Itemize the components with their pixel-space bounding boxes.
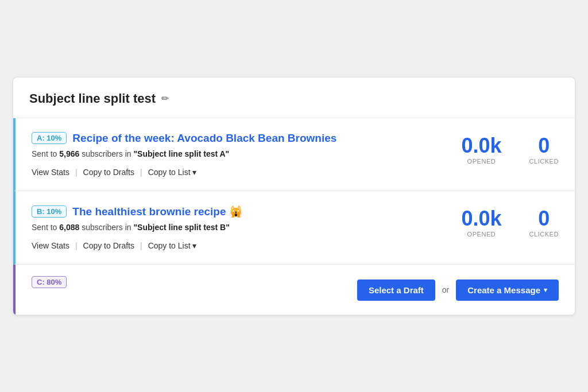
variant-a-subject[interactable]: Recipe of the week: Avocado Black Bean B… <box>72 132 336 145</box>
variant-a-stats: 0.0k OPENED 0 CLICKED <box>444 132 559 165</box>
variant-a-actions: View Stats | Copy to Drafts | Copy to Li… <box>32 168 444 177</box>
variant-a-header: A: 10% Recipe of the week: Avocado Black… <box>32 132 444 145</box>
stat-clicked-a: 0 CLICKED <box>529 134 559 165</box>
stat-clicked-b: 0 CLICKED <box>529 207 559 238</box>
edit-icon[interactable]: ✏ <box>161 93 169 104</box>
stat-opened-b-value: 0.0k <box>461 207 501 230</box>
select-draft-button[interactable]: Select a Draft <box>357 280 435 301</box>
copy-to-list-b-wrap: Copy to List ▾ <box>148 241 197 250</box>
variant-b-subject[interactable]: The healthiest brownie recipe 🙀 <box>72 205 242 218</box>
variant-row-b: B: 10% The healthiest brownie recipe 🙀 S… <box>13 191 575 265</box>
stat-opened-a-label: OPENED <box>461 158 501 165</box>
copy-to-list-a[interactable]: Copy to List ▾ <box>148 168 197 177</box>
variant-b-stats: 0.0k OPENED 0 CLICKED <box>444 205 559 238</box>
copy-to-list-a-wrap: Copy to List ▾ <box>148 168 197 177</box>
or-text: or <box>442 285 449 294</box>
create-message-button[interactable]: Create a Message ▾ <box>456 280 559 301</box>
stat-opened-a: 0.0k OPENED <box>461 134 501 165</box>
stat-clicked-b-label: CLICKED <box>529 231 559 238</box>
stat-opened-b-label: OPENED <box>461 231 501 238</box>
main-card: Subject line split test ✏ A: 10% Recipe … <box>13 77 575 316</box>
variant-row-c: C: 80% Select a Draft or Create a Messag… <box>13 265 575 315</box>
variant-row-a: A: 10% Recipe of the week: Avocado Black… <box>13 118 575 191</box>
stat-clicked-a-value: 0 <box>529 134 559 157</box>
view-stats-a[interactable]: View Stats <box>32 168 69 177</box>
stat-opened-b: 0.0k OPENED <box>461 207 501 238</box>
variant-c-footer: Select a Draft or Create a Message ▾ <box>67 276 559 301</box>
variant-b-header: B: 10% The healthiest brownie recipe 🙀 <box>32 205 444 218</box>
copy-to-drafts-b[interactable]: Copy to Drafts <box>83 241 134 250</box>
sep1: | <box>75 168 78 177</box>
copy-to-list-b[interactable]: Copy to List ▾ <box>148 241 197 250</box>
badge-b: B: 10% <box>32 205 67 218</box>
variant-b-actions: View Stats | Copy to Drafts | Copy to Li… <box>32 241 444 250</box>
variant-a-content: A: 10% Recipe of the week: Avocado Black… <box>32 132 444 177</box>
create-message-dropdown-arrow: ▾ <box>544 286 547 294</box>
stat-clicked-b-value: 0 <box>529 207 559 230</box>
badge-a: A: 10% <box>32 132 67 144</box>
variant-b-sent: Sent to 6,088 subscribers in "Subject li… <box>32 223 444 232</box>
stat-clicked-a-label: CLICKED <box>529 158 559 165</box>
page-title: Subject line split test <box>29 91 156 106</box>
sep3: | <box>75 241 78 250</box>
stat-opened-a-value: 0.0k <box>461 134 501 157</box>
sep4: | <box>140 241 142 250</box>
variant-a-sent: Sent to 5,966 subscribers in "Subject li… <box>32 149 444 158</box>
sep2: | <box>140 168 142 177</box>
badge-c: C: 80% <box>32 276 67 288</box>
card-header: Subject line split test ✏ <box>13 77 575 118</box>
variant-b-content: B: 10% The healthiest brownie recipe 🙀 S… <box>32 205 444 250</box>
copy-to-drafts-a[interactable]: Copy to Drafts <box>83 168 134 177</box>
view-stats-b[interactable]: View Stats <box>32 241 69 250</box>
